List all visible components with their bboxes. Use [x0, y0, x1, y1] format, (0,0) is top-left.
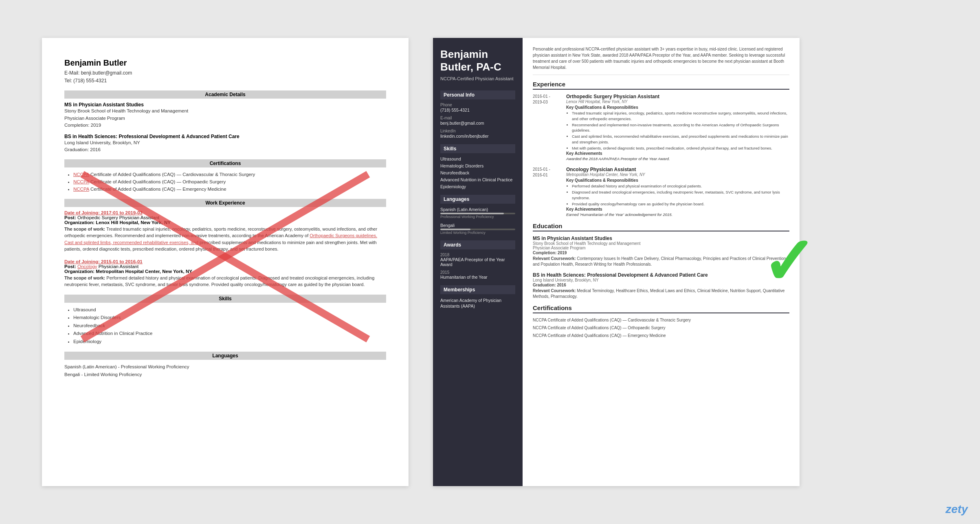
exp2-title: Oncology Physician Assistant: [566, 167, 789, 172]
edu-item-bs: BS in Health Sciences: Professional Deve…: [64, 134, 386, 154]
section-skills: Skills: [64, 295, 386, 303]
sidebar-awards-title: Awards: [440, 240, 515, 249]
sidebar-skills-title: Skills: [440, 144, 515, 153]
lang2-level: Limited Working Proficiency: [440, 231, 515, 235]
exp2-date: 2015-01 -2016-01: [533, 167, 561, 217]
exp1-bullet-3: Cast and splinted limbs, recommended reh…: [572, 134, 789, 145]
phone-left: Tel: (718) 555-4321: [64, 77, 386, 85]
sidebar-linkedin: linkedin.com/in/benjbutler: [440, 134, 515, 139]
bs-completion: Graduation: 2016: [64, 146, 386, 153]
exp1-org: Lenox Hill Hospital, New York, NY: [566, 99, 789, 104]
section-work: Work Experience: [64, 199, 386, 207]
ms-degree: MS in Physician Assistant Studies: [64, 102, 386, 108]
email-left: E-Mail: benji.butler@gmail.com: [64, 69, 386, 77]
exp2-qual-label: Key Qualifications & Responsibilities: [566, 178, 789, 183]
sidebar-languages-title: Languages: [440, 195, 515, 204]
ms-school-right: Stony Brook School of Health Technology …: [533, 241, 789, 246]
sidebar-memberships-title: Memberships: [440, 285, 515, 294]
exp1-date: 2016-01 -2019-03: [533, 94, 561, 161]
exp1-title: Orthopedic Surgery Physician Assistant: [566, 94, 789, 99]
resume-good: BenjaminButler, PA-C NCCPA-Certified Phy…: [433, 38, 800, 486]
ms-program: Physician Associate Program: [64, 115, 386, 122]
cert-item-1: NCCPA Certificate of Added Qualification…: [73, 171, 386, 178]
skill-4: Advanced Nutrition in Clinical Practice: [73, 330, 386, 338]
phone-label: Phone: [440, 103, 515, 107]
award2-name: Humanitarian of the Year: [440, 275, 515, 280]
exp2-bullet-1: Performed detailed history and physical …: [572, 183, 789, 189]
zety-logo: zety: [946, 503, 968, 516]
exp1-qual-label: Key Qualifications & Responsibilities: [566, 105, 789, 110]
sidebar-skill-1: Ultrasound: [440, 156, 515, 161]
cert-item-3: NCCPA Certificate of Added Qualification…: [73, 185, 386, 193]
lang2-fill: [440, 229, 470, 230]
cert-right-3: NCCPA Certificate of Added Qualification…: [533, 333, 789, 339]
cert-list: NCCPA Certificate of Added Qualification…: [64, 171, 386, 193]
lang1-bar: [440, 213, 515, 214]
sidebar: BenjaminButler, PA-C NCCPA-Certified Phy…: [433, 38, 523, 486]
exp2-org: Metropolitan Hospital Center, New York, …: [566, 172, 789, 177]
education-title: Education: [533, 222, 789, 231]
work-item-1: Date of Joining: 2017:01 to 2019-03 Post…: [64, 210, 386, 253]
work-date-2: Date of Joining: 2015-01 to 2016-01: [64, 259, 386, 264]
exp2-achievement: Earned 'Humanitarian of the Year' acknow…: [566, 212, 789, 217]
sidebar-phone: (718) 555-4321: [440, 108, 515, 112]
exp1-bullet-2: Recommended and implemented non-invasive…: [572, 122, 789, 134]
work-item-2: Date of Joining: 2015-01 to 2016-01 Post…: [64, 259, 386, 288]
ms-program-right: Physician Associate Program: [533, 246, 789, 250]
bs-degree: BS in Health Sciences: Professional Deve…: [64, 134, 386, 139]
sidebar-candidate-name: BenjaminButler, PA-C: [440, 48, 515, 73]
lang2-bar: [440, 229, 515, 230]
award2-year: 2015: [440, 270, 515, 275]
exp1-bullet-1: Treated traumatic spinal injuries, oncol…: [572, 110, 789, 122]
bs-school-right: Long Island University, Brooklyn, NY: [533, 278, 789, 282]
work-org-2: Organization: Metropolitan Hospital Cent…: [64, 269, 386, 274]
exp-item-1: 2016-01 -2019-03 Orthopedic Surgery Phys…: [533, 94, 789, 161]
experience-title: Experience: [533, 81, 789, 90]
work-scope-2: The scope of work: Performed detailed hi…: [64, 275, 386, 288]
bs-coursework-right: Relevant Coursework: Medical Terminology…: [533, 288, 789, 299]
bs-graduation-right: Graduation: 2016: [533, 282, 789, 288]
lang-1: Spanish (Latin American) - Professional …: [64, 363, 386, 371]
ms-coursework-right: Relevant Coursework: Contemporary Issues…: [533, 256, 789, 267]
exp1-bullet-4: Met with patients, ordered diagnostic te…: [572, 145, 789, 151]
skill-3: Neurofeedback: [73, 322, 386, 330]
ms-completion: Completion: 2019: [64, 122, 386, 129]
work-scope-1: The scope of work: Treated traumatic spi…: [64, 226, 386, 253]
summary-text: Personable and professional NCCPA-certif…: [533, 46, 789, 75]
exp2-content: Oncology Physician Assistant Metropolita…: [566, 167, 789, 217]
sidebar-lang-2: Bengali Limited Working Proficiency: [440, 223, 515, 235]
exp2-achieve-label: Key Achievements: [566, 207, 789, 211]
lang2-name: Bengali: [440, 223, 515, 228]
award1-name: AAPA/PAEA Preceptor of the Year Award: [440, 257, 515, 267]
exp-item-2: 2015-01 -2016-01 Oncology Physician Assi…: [533, 167, 789, 217]
sidebar-lang-1: Spanish (Latin American) Professional Wo…: [440, 207, 515, 219]
cert-right-1: NCCPA Certificate of Added Qualification…: [533, 317, 789, 323]
main-container: Benjamin Butler E-Mail: benji.butler@gma…: [42, 38, 938, 486]
sidebar-skill-2: Hematologic Disorders: [440, 163, 515, 168]
work-post-1: Post: Orthopedic Surgery Physician Assis…: [64, 215, 386, 220]
exp2-bullets: Performed detailed history and physical …: [566, 183, 789, 207]
languages-list: Spanish (Latin American) - Professional …: [64, 363, 386, 379]
lang1-level: Professional Working Proficiency: [440, 215, 515, 219]
lang1-fill: [440, 213, 504, 214]
work-date-1: Date of Joining: 2017:01 to 2019-03: [64, 210, 386, 215]
edu-item-bs-right: BS in Health Sciences: Professional Deve…: [533, 272, 789, 299]
skill-1: Ultrasound: [73, 306, 386, 314]
exp1-content: Orthopedic Surgery Physician Assistant L…: [566, 94, 789, 161]
sidebar-candidate-title: NCCPA-Certified Physician Assistant: [440, 76, 515, 82]
ms-title-right: MS in Physician Assistant Studies: [533, 236, 789, 241]
award-1: 2018 AAPA/PAEA Preceptor of the Year Awa…: [440, 253, 515, 267]
membership-text: American Academy of Physician Assistants…: [440, 297, 515, 309]
email-label: E-mail: [440, 116, 515, 120]
sidebar-skill-5: Epidemiology: [440, 184, 515, 189]
skill-5: Epidemiology: [73, 338, 386, 346]
resume-bad: Benjamin Butler E-Mail: benji.butler@gma…: [42, 38, 409, 486]
bs-school: Long Island University, Brooklyn, NY: [64, 139, 386, 146]
section-certs: Certifications: [64, 159, 386, 167]
sidebar-skill-4: Advanced Nutrition in Clinical Practice: [440, 177, 515, 182]
resume-main-content: Personable and professional NCCPA-certif…: [523, 38, 800, 486]
linkedin-label: LinkedIn: [440, 129, 515, 133]
ms-school: Stony Brook School of Health Technology …: [64, 108, 386, 114]
exp1-achieve-label: Key Achievements: [566, 151, 789, 156]
lang-2: Bengali - Limited Working Proficiency: [64, 371, 386, 379]
